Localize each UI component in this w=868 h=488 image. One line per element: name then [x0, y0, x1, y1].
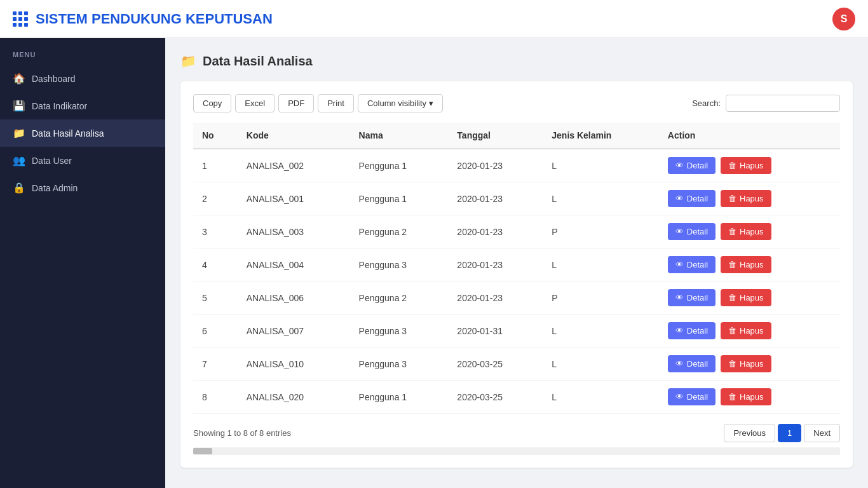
- detail-button[interactable]: 👁 Detail: [668, 223, 715, 240]
- col-tanggal: Tanggal: [448, 123, 543, 149]
- cell-nama: Pengguna 3: [350, 348, 449, 381]
- trash-icon: 🗑: [728, 359, 736, 369]
- sidebar-label-data-user: Data User: [32, 156, 72, 166]
- toolbar: Copy Excel PDF Print Column visibility ▾…: [193, 94, 840, 112]
- cell-no: 5: [193, 281, 238, 315]
- hapus-button[interactable]: 🗑 Hapus: [721, 157, 771, 174]
- main-content: 📁 Data Hasil Analisa Copy Excel PDF Prin…: [165, 38, 868, 488]
- search-input[interactable]: [726, 95, 840, 112]
- cell-jenis-kelamin: L: [543, 182, 659, 215]
- cell-kode: ANALISA_006: [238, 281, 350, 315]
- hapus-button[interactable]: 🗑 Hapus: [721, 190, 771, 207]
- lock-icon: 🔒: [13, 182, 25, 194]
- pagination-bar: Showing 1 to 8 of 8 entries Previous 1 N…: [193, 424, 840, 442]
- cell-kode: ANALISA_004: [238, 248, 350, 281]
- cell-nama: Pengguna 2: [350, 281, 449, 315]
- table-row: 1 ANALISA_002 Pengguna 1 2020-01-23 L 👁 …: [193, 149, 840, 182]
- detail-button[interactable]: 👁 Detail: [668, 256, 715, 273]
- sidebar: MENU 🏠 Dashboard 💾 Data Indikator 📁 Data…: [0, 38, 165, 488]
- cell-action: 👁 Detail 🗑 Hapus: [659, 281, 840, 315]
- sidebar-item-data-user[interactable]: 👥 Data User: [0, 147, 165, 174]
- print-button[interactable]: Print: [318, 94, 354, 112]
- sidebar-item-data-admin[interactable]: 🔒 Data Admin: [0, 174, 165, 201]
- cell-tanggal: 2020-01-23: [448, 281, 543, 315]
- cell-kode: ANALISA_010: [238, 348, 350, 381]
- table-row: 8 ANALISA_020 Pengguna 1 2020-03-25 L 👁 …: [193, 381, 840, 414]
- cell-jenis-kelamin: L: [543, 315, 659, 348]
- cell-nama: Pengguna 1: [350, 182, 449, 215]
- cell-action: 👁 Detail 🗑 Hapus: [659, 248, 840, 281]
- col-jenis-kelamin: Jenis Kelamin: [543, 123, 659, 149]
- trash-icon: 🗑: [728, 293, 736, 302]
- cell-nama: Pengguna 1: [350, 381, 449, 414]
- detail-button[interactable]: 👁 Detail: [668, 289, 715, 306]
- table-row: 4 ANALISA_004 Pengguna 3 2020-01-23 L 👁 …: [193, 248, 840, 281]
- sidebar-item-data-indikator[interactable]: 💾 Data Indikator: [0, 92, 165, 119]
- hapus-button[interactable]: 🗑 Hapus: [721, 322, 771, 339]
- cell-no: 6: [193, 315, 238, 348]
- search-label: Search:: [692, 98, 721, 108]
- detail-button[interactable]: 👁 Detail: [668, 355, 715, 372]
- cell-tanggal: 2020-01-31: [448, 315, 543, 348]
- cell-tanggal: 2020-01-23: [448, 215, 543, 248]
- detail-button[interactable]: 👁 Detail: [668, 190, 715, 207]
- trash-icon: 🗑: [728, 326, 736, 336]
- cell-action: 👁 Detail 🗑 Hapus: [659, 315, 840, 348]
- cell-no: 8: [193, 381, 238, 414]
- cell-no: 1: [193, 149, 238, 182]
- hapus-button[interactable]: 🗑 Hapus: [721, 388, 771, 405]
- hapus-button[interactable]: 🗑 Hapus: [721, 223, 771, 240]
- scrollbar-thumb: [193, 448, 212, 454]
- table-row: 2 ANALISA_001 Pengguna 1 2020-01-23 L 👁 …: [193, 182, 840, 215]
- cell-kode: ANALISA_003: [238, 215, 350, 248]
- pdf-button[interactable]: PDF: [278, 94, 314, 112]
- sidebar-label-data-hasil-analisa: Data Hasil Analisa: [32, 128, 104, 139]
- app-title-container: SISTEM PENDUKUNG KEPUTUSAN: [13, 11, 273, 27]
- data-card: Copy Excel PDF Print Column visibility ▾…: [180, 81, 853, 468]
- sidebar-item-data-hasil-analisa[interactable]: 📁 Data Hasil Analisa: [0, 119, 165, 147]
- col-no: No: [193, 123, 238, 149]
- table-header-row: No Kode Nama Tanggal Jenis Kelamin Actio…: [193, 123, 840, 149]
- page-1-button[interactable]: 1: [778, 424, 801, 442]
- column-visibility-button[interactable]: Column visibility ▾: [358, 94, 443, 112]
- sidebar-item-dashboard[interactable]: 🏠 Dashboard: [0, 65, 165, 92]
- eye-icon: 👁: [675, 260, 684, 269]
- detail-button[interactable]: 👁 Detail: [668, 388, 715, 405]
- avatar[interactable]: S: [832, 8, 855, 30]
- cell-jenis-kelamin: P: [543, 281, 659, 315]
- table-row: 5 ANALISA_006 Pengguna 2 2020-01-23 P 👁 …: [193, 281, 840, 315]
- sidebar-label-data-indikator: Data Indikator: [32, 101, 87, 111]
- trash-icon: 🗑: [728, 227, 736, 236]
- detail-button[interactable]: 👁 Detail: [668, 322, 715, 339]
- next-button[interactable]: Next: [804, 424, 840, 442]
- eye-icon: 👁: [675, 161, 684, 170]
- cell-tanggal: 2020-01-23: [448, 182, 543, 215]
- previous-button[interactable]: Previous: [724, 424, 775, 442]
- page-title: 📁 Data Hasil Analisa: [180, 53, 853, 69]
- cell-no: 4: [193, 248, 238, 281]
- cell-jenis-kelamin: L: [543, 348, 659, 381]
- users-icon: 👥: [13, 154, 25, 166]
- toolbar-search: Search:: [692, 95, 840, 112]
- app-title: SISTEM PENDUKUNG KEPUTUSAN: [36, 11, 273, 27]
- copy-button[interactable]: Copy: [193, 94, 231, 112]
- trash-icon: 🗑: [728, 260, 736, 269]
- table-row: 6 ANALISA_007 Pengguna 3 2020-01-31 L 👁 …: [193, 315, 840, 348]
- cell-tanggal: 2020-03-25: [448, 381, 543, 414]
- hapus-button[interactable]: 🗑 Hapus: [721, 355, 771, 372]
- cell-action: 👁 Detail 🗑 Hapus: [659, 149, 840, 182]
- cell-kode: ANALISA_020: [238, 381, 350, 414]
- horizontal-scrollbar[interactable]: [193, 447, 840, 455]
- trash-icon: 🗑: [728, 161, 736, 170]
- eye-icon: 👁: [675, 194, 684, 203]
- grid-icon: [13, 11, 28, 27]
- excel-button[interactable]: Excel: [235, 94, 275, 112]
- eye-icon: 👁: [675, 392, 684, 402]
- cell-jenis-kelamin: L: [543, 248, 659, 281]
- detail-button[interactable]: 👁 Detail: [668, 157, 715, 174]
- cell-action: 👁 Detail 🗑 Hapus: [659, 348, 840, 381]
- hapus-button[interactable]: 🗑 Hapus: [721, 256, 771, 273]
- sidebar-label-data-admin: Data Admin: [32, 183, 78, 193]
- cell-no: 3: [193, 215, 238, 248]
- hapus-button[interactable]: 🗑 Hapus: [721, 289, 771, 306]
